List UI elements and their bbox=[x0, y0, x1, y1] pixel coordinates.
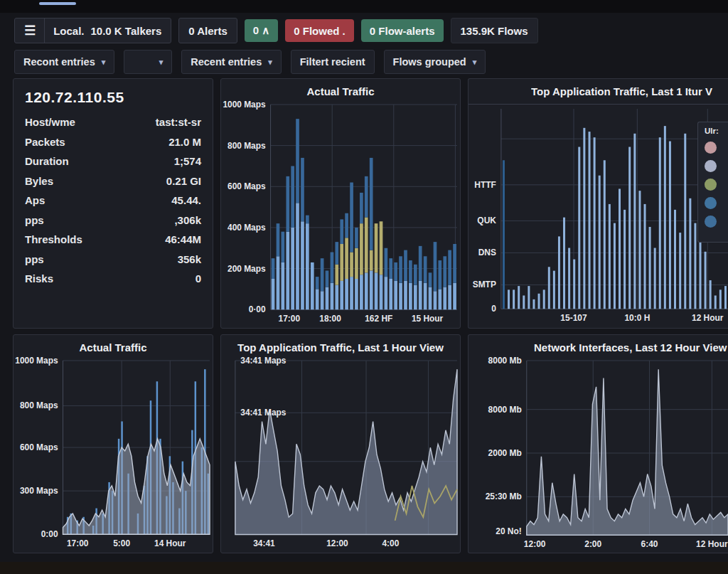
bar-segment bbox=[394, 262, 397, 281]
host-stat-row: Byles0.21 GI bbox=[23, 175, 203, 187]
bar bbox=[628, 147, 631, 309]
bar-segment bbox=[429, 287, 432, 310]
bar bbox=[654, 248, 656, 309]
bar bbox=[684, 134, 686, 309]
alerts-label: 0 Alerts bbox=[188, 25, 227, 37]
host-stat-label: Aps bbox=[25, 194, 45, 206]
legend-dot[interactable] bbox=[705, 160, 717, 172]
x-tick-label: 12 Hour bbox=[696, 539, 728, 549]
bar-segment bbox=[272, 279, 275, 309]
bar bbox=[508, 289, 510, 309]
menu-button[interactable]: ☰ bbox=[24, 18, 45, 43]
bar-segment bbox=[350, 183, 353, 253]
x-tick-label: 14 Hour bbox=[154, 538, 186, 548]
filter-recent-button[interactable]: Filtert recient bbox=[291, 50, 375, 74]
bar bbox=[589, 132, 591, 309]
bar bbox=[649, 227, 651, 309]
top-application-traffic-chart[interactable]: HTTFQUKDNSSMTP015-10710:0 H12 Hour bbox=[469, 105, 728, 326]
status-bar: ☰ Local. 10.0 K Talkers 0 Alerts 0 ∧ 0 F… bbox=[14, 18, 538, 43]
host-stat-value: 356k bbox=[178, 253, 201, 265]
bar-segment bbox=[360, 193, 363, 223]
bar-segment bbox=[296, 203, 299, 309]
dashboard-main: ☰ Local. 10.0 K Talkers 0 Alerts 0 ∧ 0 F… bbox=[0, 13, 728, 562]
bar-segment bbox=[404, 281, 407, 309]
bar bbox=[719, 289, 722, 309]
bar bbox=[659, 137, 661, 309]
bar-segment bbox=[326, 270, 329, 287]
bar bbox=[694, 223, 696, 309]
panel-title: Top Application Traffic, Last 1 Itur V bbox=[531, 79, 728, 100]
legend-dot[interactable] bbox=[705, 216, 717, 228]
legend-dot[interactable] bbox=[705, 179, 717, 191]
x-tick-label: 4:00 bbox=[382, 538, 399, 548]
legend-title: Ulr: bbox=[705, 127, 728, 135]
area-series bbox=[235, 369, 457, 534]
host-ip-title: 120.72.110.55 bbox=[25, 89, 203, 106]
bar bbox=[543, 289, 545, 309]
bar-segment bbox=[419, 281, 422, 309]
x-tick-label: 34:41 bbox=[253, 538, 275, 548]
filter-flows-grouped[interactable]: Flows grouped ▾ bbox=[384, 50, 486, 74]
bar-segment bbox=[438, 260, 441, 289]
legend-dot[interactable] bbox=[705, 197, 717, 209]
screen-bottom-bezel bbox=[0, 562, 728, 574]
host-stat-label: Byles bbox=[25, 175, 53, 187]
top-application-traffic-1h-chart[interactable]: 34:41 Maps34:41 Maps34:4112:004:00 bbox=[221, 356, 460, 551]
local-label: Local. bbox=[53, 25, 84, 37]
bar-segment bbox=[448, 250, 451, 285]
bar bbox=[724, 286, 727, 309]
host-stat-row: Aps45.44. bbox=[23, 194, 203, 206]
flowed-alerts-badge[interactable]: 0 Flowed . bbox=[285, 19, 354, 42]
filter-recent-entries-1[interactable]: Recont entries ▾ bbox=[14, 50, 114, 74]
bar-segment bbox=[385, 248, 388, 277]
bar-segment bbox=[429, 272, 432, 287]
bar-segment bbox=[301, 158, 304, 221]
y-tick-label: 0·00 bbox=[249, 304, 266, 314]
filter-mini-dropdown[interactable]: ▾ bbox=[124, 50, 172, 74]
x-tick-label: 17:00 bbox=[279, 314, 301, 324]
bar-segment bbox=[370, 270, 373, 309]
bar-segment bbox=[419, 246, 422, 281]
legend-dot[interactable] bbox=[705, 142, 717, 154]
bar-segment bbox=[306, 223, 309, 309]
x-tick-label: 5:00 bbox=[113, 538, 130, 548]
bar-segment bbox=[340, 281, 343, 309]
engaged-alerts-badge[interactable]: 0 ∧ bbox=[245, 19, 279, 42]
bar bbox=[573, 260, 575, 309]
bar-segment bbox=[316, 289, 319, 309]
bar bbox=[614, 223, 616, 309]
actual-traffic-chart-top[interactable]: 1000 Maps800 Maps600 Maps400 Maps200 Map… bbox=[221, 100, 460, 326]
host-stat-row: pps356k bbox=[23, 253, 203, 265]
actual-traffic-chart-bottom[interactable]: 1000 Maps800 Maps600 Maps300 Maps0:0017:… bbox=[14, 356, 213, 551]
bar-segment bbox=[434, 242, 437, 291]
filter-label: Filtert recient bbox=[300, 56, 365, 68]
bar-segment bbox=[272, 258, 275, 279]
alerts-box[interactable]: 0 Alerts bbox=[178, 18, 237, 43]
flow-alerts-badge[interactable]: 0 Flow-alerts bbox=[361, 19, 444, 42]
bar-segment bbox=[424, 256, 427, 282]
chevron-down-icon: ▾ bbox=[102, 58, 106, 67]
flows-count-box[interactable]: 135.9K Flows bbox=[451, 18, 538, 43]
host-stat-value: 1;574 bbox=[174, 155, 201, 167]
bar-segment bbox=[434, 291, 437, 309]
network-interfaces-chart[interactable]: 8000 Mb8000 Mb2000 Mb25:30 Mb20 No!12:00… bbox=[469, 356, 728, 552]
active-tab-indicator bbox=[39, 2, 76, 5]
chart-legend[interactable]: Ulr: bbox=[697, 122, 728, 243]
talkers-box[interactable]: ☰ Local. 10.0 K Talkers bbox=[14, 18, 171, 43]
host-stat-value: 46:44M bbox=[165, 233, 201, 245]
filter-label: Flows grouped bbox=[393, 56, 466, 68]
bar-segment bbox=[414, 265, 417, 285]
hamburger-icon: ☰ bbox=[24, 23, 36, 38]
filter-recent-entries-2[interactable]: Recent entries ▾ bbox=[181, 50, 281, 74]
dashboard-screen: ☰ Local. 10.0 K Talkers 0 Alerts 0 ∧ 0 F… bbox=[0, 0, 728, 574]
host-rows: Host/wmetast:st-srPackets21.0 MDuration1… bbox=[23, 116, 203, 285]
bar bbox=[679, 233, 681, 309]
bar bbox=[604, 160, 606, 309]
host-stat-value: 45.44. bbox=[171, 194, 201, 206]
y-tick-label: 600 Maps bbox=[20, 442, 58, 452]
bar-segment bbox=[286, 232, 289, 310]
y-tick-label: 1000 Maps bbox=[15, 356, 58, 366]
bar-segment bbox=[399, 283, 402, 309]
x-tick-label: 12:00 bbox=[326, 538, 348, 548]
y-tick-label: 1000 Maps bbox=[223, 100, 266, 110]
